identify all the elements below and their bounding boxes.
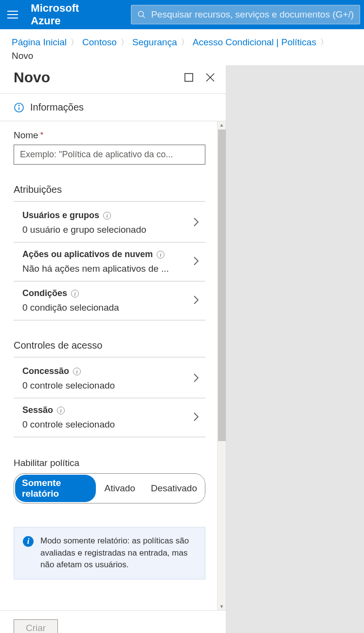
chevron-right-icon xyxy=(193,256,203,268)
chevron-right-icon xyxy=(193,372,203,385)
required-asterisk: * xyxy=(40,131,43,140)
option-title: Condições xyxy=(22,288,67,298)
policy-name-input[interactable] xyxy=(14,145,205,165)
report-only-info-box: i Modo somente relatório: as políticas s… xyxy=(14,527,205,579)
option-subtitle: 0 condição selecionada xyxy=(22,302,193,313)
breadcrumb-link-conditional-access[interactable]: Acesso Condicional | Políticas xyxy=(193,37,316,48)
empty-right-panel xyxy=(226,65,364,633)
chevron-right-icon: 〉 xyxy=(319,37,329,48)
breadcrumb-link-security[interactable]: Segurança xyxy=(132,37,177,48)
info-icon: i xyxy=(23,536,34,547)
info-row[interactable]: Informações xyxy=(0,94,226,121)
option-title: Concessão xyxy=(22,366,69,376)
assignments-header: Atribuições xyxy=(14,184,205,202)
brand-label: Microsoft Azure xyxy=(26,2,107,27)
info-tooltip-icon[interactable]: i xyxy=(73,368,81,375)
info-tooltip-icon[interactable]: i xyxy=(157,251,164,259)
chevron-right-icon xyxy=(193,411,203,424)
option-cloud-apps[interactable]: Ações ou aplicativos de nuvem i Não há a… xyxy=(14,242,205,281)
option-subtitle: 0 controle selecionado xyxy=(22,419,193,430)
svg-rect-2 xyxy=(185,74,193,81)
name-label: Nome xyxy=(14,130,38,141)
toggle-on[interactable]: Ativado xyxy=(97,479,143,498)
chevron-right-icon xyxy=(193,217,203,229)
option-title: Sessão xyxy=(22,405,53,415)
option-subtitle: 0 controle selecionado xyxy=(22,380,193,391)
blade-title: Novo xyxy=(14,69,50,86)
toggle-report-only[interactable]: Somente relatório xyxy=(15,475,96,502)
info-box-text: Modo somente relatório: as políticas são… xyxy=(40,535,196,571)
hamburger-menu-icon[interactable] xyxy=(4,5,21,24)
info-label: Informações xyxy=(30,102,84,113)
option-users-groups[interactable]: Usuários e grupos i 0 usuário e grupo se… xyxy=(14,204,205,242)
breadcrumb: Página Inicial 〉 Contoso 〉 Segurança 〉 A… xyxy=(0,29,364,65)
info-icon xyxy=(14,102,24,113)
search-icon xyxy=(137,10,146,19)
chevron-right-icon: 〉 xyxy=(70,37,79,48)
close-icon[interactable] xyxy=(204,72,216,83)
info-tooltip-icon[interactable]: i xyxy=(71,290,79,298)
svg-point-6 xyxy=(18,105,19,105)
toggle-off[interactable]: Desativado xyxy=(143,479,205,498)
scrollbar[interactable]: ▲ ▼ xyxy=(217,121,226,610)
svg-line-1 xyxy=(143,16,146,18)
enable-policy-toggle: Somente relatório Ativado Desativado xyxy=(14,473,205,503)
info-tooltip-icon[interactable]: i xyxy=(57,407,65,414)
top-bar: Microsoft Azure Pesquisar recursos, serv… xyxy=(0,0,364,29)
global-search-input[interactable]: Pesquisar recursos, serviços e documento… xyxy=(131,5,360,24)
option-title: Usuários e grupos xyxy=(22,210,99,221)
search-placeholder: Pesquisar recursos, serviços e documento… xyxy=(151,9,354,20)
access-controls-header: Controles de acesso xyxy=(14,340,205,357)
chevron-right-icon: 〉 xyxy=(180,37,190,48)
blade-footer: Criar xyxy=(0,610,226,633)
scroll-up-arrow-icon[interactable]: ▲ xyxy=(219,121,224,129)
info-tooltip-icon[interactable]: i xyxy=(103,212,111,220)
scroll-thumb[interactable] xyxy=(218,130,226,441)
enable-policy-label: Habilitar política xyxy=(14,458,205,468)
breadcrumb-link-contoso[interactable]: Contoso xyxy=(82,37,117,48)
breadcrumb-link-home[interactable]: Página Inicial xyxy=(12,37,67,48)
option-grant[interactable]: Concessão i 0 controle selecionado xyxy=(14,359,205,398)
option-subtitle: 0 usuário e grupo selecionado xyxy=(22,224,193,235)
new-policy-blade: Novo xyxy=(0,65,226,633)
option-title: Ações ou aplicativos de nuvem xyxy=(22,249,153,260)
chevron-right-icon: 〉 xyxy=(120,37,129,48)
chevron-right-icon xyxy=(193,295,203,307)
option-conditions[interactable]: Condições i 0 condição selecionada xyxy=(14,281,205,320)
breadcrumb-current: Novo xyxy=(12,51,33,61)
svg-point-0 xyxy=(139,11,144,17)
scroll-down-arrow-icon[interactable]: ▼ xyxy=(219,603,224,610)
blade-header: Novo xyxy=(0,65,226,94)
option-session[interactable]: Sessão i 0 controle selecionado xyxy=(14,398,205,437)
maximize-icon[interactable] xyxy=(183,72,195,83)
create-button[interactable]: Criar xyxy=(14,619,58,633)
option-subtitle: Não há ações nem aplicativos de ... xyxy=(22,263,193,274)
